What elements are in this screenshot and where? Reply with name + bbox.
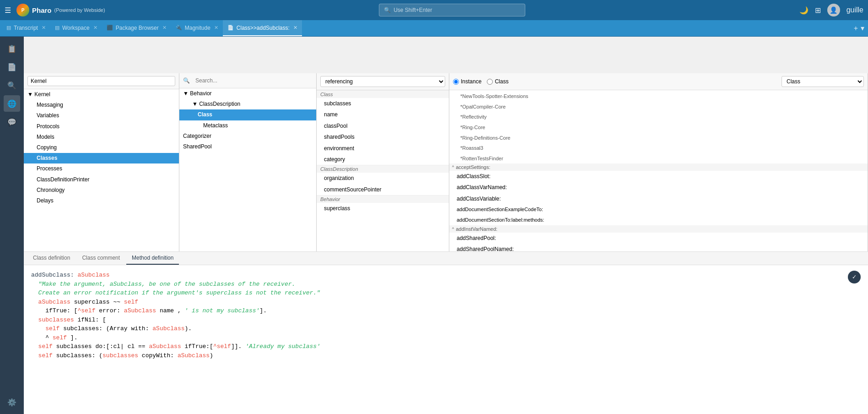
tree-item-models[interactable]: Models xyxy=(24,132,179,142)
tree-item-copying[interactable]: Copying xyxy=(24,142,179,153)
class-search-input[interactable] xyxy=(193,76,313,85)
tab-class-addsubclass[interactable]: 📄 Class>>addSubclass: ✕ xyxy=(223,20,302,36)
pkg-newtools[interactable]: *NewTools-Spotter-Extensions xyxy=(453,91,864,102)
pkg-roassal3[interactable]: *Roassal3 xyxy=(453,143,864,153)
tree-item-messaging[interactable]: Messaging xyxy=(24,100,179,110)
pane-methods: referencing all implementors senders Cla… xyxy=(317,73,449,251)
tree-item-classes[interactable]: Classes xyxy=(24,153,179,163)
bottom-tabs: Class definition Class comment Method de… xyxy=(24,252,868,265)
tree-item-classdefinitionprinter[interactable]: ClassDefinitionPrinter xyxy=(24,174,179,185)
method-item-addclassvariable[interactable]: addClassVariable: xyxy=(449,193,868,204)
method-group-addinstvar[interactable]: ^ addInstVarNamed: xyxy=(449,225,868,233)
tree-item-delays[interactable]: Delays xyxy=(24,196,179,206)
add-tab-icon[interactable]: + xyxy=(854,24,858,33)
method-item-addsharedpoolnamed[interactable]: addSharedPoolNamed: xyxy=(449,244,868,251)
topbar-actions: 🌙 ⊞ 👤 guille xyxy=(799,4,863,16)
pkg-ring-core[interactable]: *Ring-Core xyxy=(453,122,864,133)
instance-label-text: Instance xyxy=(461,78,481,85)
tab-method-definition[interactable]: Method definition xyxy=(126,252,179,265)
class-tree: ▼ Behavior ▼ ClassDescription Class Meta… xyxy=(179,88,316,251)
transcript-icon: ▤ xyxy=(6,25,11,31)
pkg-opalcompiler[interactable]: *OpalCompiler-Core xyxy=(453,102,864,112)
app-title: Pharo xyxy=(32,6,52,14)
package-filter-input[interactable] xyxy=(27,76,175,86)
tab-class-definition[interactable]: Class definition xyxy=(27,252,75,265)
method-item-adddocsection[interactable]: addDocumentSectionExampleCodeTo: xyxy=(449,204,868,215)
code-line-8: ^ self ]. xyxy=(31,333,861,343)
pkg-rottentestsfinder[interactable]: *RottenTestsFinder xyxy=(453,153,864,163)
acceptsettings-toggle: ^ xyxy=(452,165,454,169)
tab-class-addsubclass-close[interactable]: ✕ xyxy=(293,25,297,31)
class-scope-select[interactable]: Class Behavior ClassDescription Object xyxy=(782,76,864,87)
sidebar-btn-browser[interactable]: 🌐 xyxy=(4,95,20,112)
right-methods-list: *NewTools-Spotter-Extensions *OpalCompil… xyxy=(449,90,868,251)
avatar[interactable]: 👤 xyxy=(827,4,840,16)
method-item-adddocsectionlabel[interactable]: addDocumentSectionTo:label:methods: xyxy=(449,215,868,225)
tree-item-chronology[interactable]: Chronology xyxy=(24,185,179,196)
tab-class-comment[interactable]: Class comment xyxy=(76,252,125,265)
tree-item-behavior[interactable]: ▼ Behavior xyxy=(179,88,316,99)
method-item-classpool[interactable]: classPool xyxy=(317,120,449,131)
tree-item-protocols[interactable]: Protocols xyxy=(24,121,179,132)
tab-class-addsubclass-label: Class>>addSubclass: xyxy=(237,25,290,31)
sidebar-btn-search[interactable]: 🔍 xyxy=(4,77,20,93)
method-group-acceptsettings[interactable]: ^ acceptSettings: xyxy=(449,163,868,171)
tab-magnitude[interactable]: 🔌 Magnitude ✕ xyxy=(171,20,223,36)
tree-item-processes[interactable]: Processes xyxy=(24,163,179,174)
method-item-addsharedpool[interactable]: addSharedPool: xyxy=(449,233,868,244)
tab-transcript-close[interactable]: ✕ xyxy=(42,25,46,31)
method-item-commentsourcepointer[interactable]: commentSourcePointer xyxy=(317,184,449,195)
workspace-icon: ▤ xyxy=(55,25,59,31)
tab-magnitude-close[interactable]: ✕ xyxy=(214,25,218,31)
method-item-name[interactable]: name xyxy=(317,109,449,120)
sidebar-btn-notes[interactable]: 📋 xyxy=(4,40,20,57)
method-item-organization[interactable]: organization xyxy=(317,173,449,184)
class-radio[interactable] xyxy=(487,79,493,85)
class-addsubclass-icon: 📄 xyxy=(227,25,234,31)
sidebar-btn-file[interactable]: 📄 xyxy=(4,59,20,75)
tree-item-metaclass[interactable]: Metaclass xyxy=(179,120,316,131)
tab-workspace-close[interactable]: ✕ xyxy=(93,25,97,31)
pane-classes: 🔍 ▼ Behavior ▼ ClassDescription Class Me… xyxy=(179,73,317,251)
theme-toggle-icon[interactable]: 🌙 xyxy=(799,6,809,15)
method-item-superclass[interactable]: superclass xyxy=(317,203,449,214)
tree-item-variables[interactable]: Variables xyxy=(24,110,179,121)
tab-package-browser[interactable]: ⬛ Package Browser ✕ xyxy=(102,20,171,36)
method-item-addclassvarnamed[interactable]: addClassVarNamed: xyxy=(449,182,868,193)
method-group-classdescription: ClassDescription xyxy=(317,165,449,173)
instance-radio-label[interactable]: Instance xyxy=(453,78,481,85)
method-item-subclasses[interactable]: subclasses xyxy=(317,98,449,109)
global-search[interactable]: 🔍 Use Shift+Enter xyxy=(379,4,525,16)
code-editor[interactable]: ✓ addSubclass: aSubclass "Make the argum… xyxy=(24,265,868,414)
tree-item-classdescription[interactable]: ▼ ClassDescription xyxy=(179,99,316,109)
pkg-ring-definitions[interactable]: *Ring-Definitions-Core xyxy=(453,133,864,143)
pkg-reflectivity[interactable]: *Reflectivity xyxy=(453,112,864,122)
addinstvar-label: addInstVarNamed: xyxy=(456,226,497,232)
package-browser-icon: ⬛ xyxy=(107,25,113,31)
layout-icon[interactable]: ⊞ xyxy=(815,6,821,15)
class-radio-label[interactable]: Class xyxy=(487,78,508,85)
topbar: ☰ P Pharo (Powered by Webside) 🔍 Use Shi… xyxy=(0,0,868,20)
check-icon[interactable]: ✓ xyxy=(848,271,861,283)
tab-workspace[interactable]: ▤ Workspace ✕ xyxy=(50,20,102,36)
tree-item-categorizer[interactable]: Categorizer xyxy=(179,131,316,142)
method-item-addclassslot[interactable]: addClassSlot: xyxy=(449,171,868,182)
sidebar-btn-chat[interactable]: 💬 xyxy=(4,114,20,130)
tab-package-browser-label: Package Browser xyxy=(116,25,159,31)
methods-filter-select[interactable]: referencing all implementors senders xyxy=(320,76,445,87)
instance-radio[interactable] xyxy=(453,79,459,85)
sidebar-btn-settings[interactable]: ⚙️ xyxy=(4,394,20,410)
tab-transcript[interactable]: ▤ Transcript ✕ xyxy=(2,20,50,36)
tree-item-class[interactable]: Class xyxy=(179,109,316,120)
tree-item-kernel[interactable]: ▼ Kernel xyxy=(24,89,179,100)
menu-icon[interactable]: ☰ xyxy=(5,6,11,15)
method-item-category[interactable]: category xyxy=(317,154,449,165)
tree-item-sharedpool[interactable]: SharedPool xyxy=(179,142,316,152)
code-line-10: self subclasses: (subclasses copyWith: a… xyxy=(31,351,861,360)
tab-dropdown-icon[interactable]: ▾ xyxy=(861,24,864,33)
powered-by: (Powered by Webside) xyxy=(54,7,105,13)
magnitude-icon: 🔌 xyxy=(176,25,182,31)
method-item-environment[interactable]: environment xyxy=(317,143,449,154)
method-item-sharedpools[interactable]: sharedPools xyxy=(317,131,449,142)
tab-package-browser-close[interactable]: ✕ xyxy=(162,25,167,31)
